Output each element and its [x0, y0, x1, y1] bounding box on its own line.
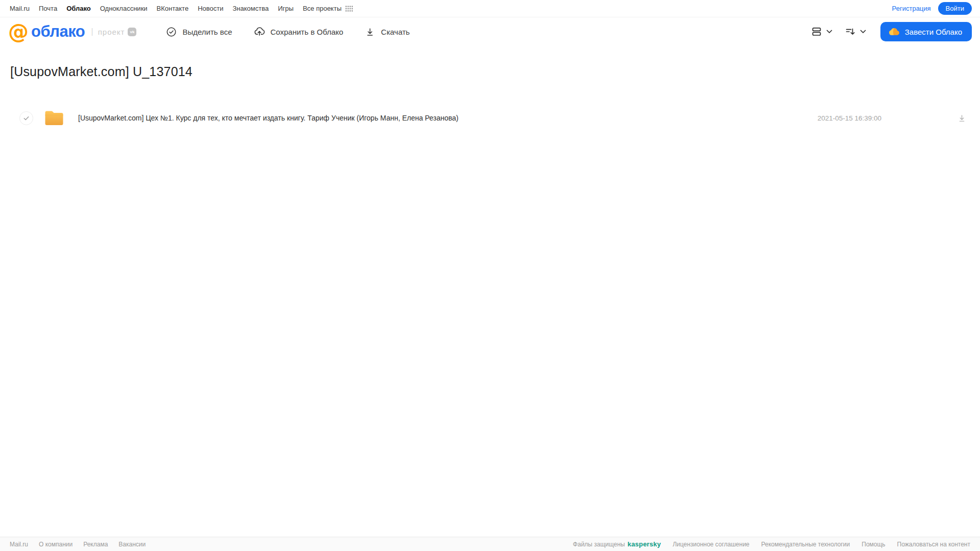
- footer-link-recommendations[interactable]: Рекомендательные технологии: [761, 541, 850, 548]
- file-toolbar: Выделить все Сохранить в Облако Скачать: [166, 26, 410, 37]
- list-view-icon: [811, 26, 822, 37]
- topnav-link-pochta[interactable]: Почта: [39, 5, 57, 12]
- app-header: @ облако | проект vk Выделить все Сохран…: [0, 17, 980, 46]
- topnav-auth: Регистрация Войти: [892, 2, 972, 15]
- header-right-controls: Завести Облако: [811, 22, 972, 41]
- row-download-button[interactable]: [956, 112, 968, 124]
- topnav-link-igry[interactable]: Игры: [278, 5, 294, 12]
- footer-link-license[interactable]: Лицензионное соглашение: [673, 541, 749, 548]
- file-date: 2021-05-15 16:39:00: [818, 114, 881, 122]
- kaspersky-logo[interactable]: kaspersky: [628, 540, 661, 548]
- check-circle-icon: [166, 27, 177, 37]
- footer-link-report-content[interactable]: Пожаловаться на контент: [897, 541, 970, 548]
- logo-divider: |: [91, 27, 93, 37]
- topnav-link-vkontakte[interactable]: ВКонтакте: [157, 5, 189, 12]
- download-icon: [365, 27, 375, 37]
- chevron-down-icon: [826, 30, 832, 34]
- download-label: Скачать: [381, 28, 410, 36]
- vk-badge-icon: vk: [128, 28, 136, 36]
- mailru-at-icon: @: [8, 21, 29, 42]
- get-cloud-button[interactable]: Завести Облако: [880, 22, 972, 41]
- apps-grid-icon: [345, 6, 353, 12]
- footer-link-mailru[interactable]: Mail.ru: [10, 541, 28, 548]
- login-button[interactable]: Войти: [938, 2, 972, 15]
- footer-link-help[interactable]: Помощь: [862, 541, 885, 548]
- footer-link-company[interactable]: О компании: [39, 541, 73, 548]
- chevron-down-icon: [860, 30, 866, 34]
- get-cloud-label: Завести Облако: [905, 28, 962, 36]
- download-icon: [957, 113, 967, 123]
- topnav-link-oblako[interactable]: Облако: [66, 5, 91, 12]
- view-mode-button[interactable]: [811, 26, 832, 37]
- topnav-link-novosti[interactable]: Новости: [198, 5, 223, 12]
- cloud-icon: [888, 26, 900, 38]
- save-to-cloud-label: Сохранить в Облако: [271, 28, 344, 36]
- save-to-cloud-button[interactable]: Сохранить в Облако: [254, 26, 344, 37]
- public-folder-content: [UsupovMarket.com] U_137014: [0, 46, 980, 537]
- portal-topnav: Mail.ru Почта Облако Одноклассники ВКонт…: [0, 0, 980, 17]
- footer-link-reklama[interactable]: Реклама: [83, 541, 108, 548]
- page-title: [UsupovMarket.com] U_137014: [10, 64, 980, 79]
- topnav-link-odnoklassniki[interactable]: Одноклассники: [100, 5, 148, 12]
- footer-link-vakansii[interactable]: Вакансии: [118, 541, 146, 548]
- sort-icon: [845, 26, 856, 37]
- cloud-upload-icon: [254, 26, 265, 37]
- row-checkbox[interactable]: [19, 111, 33, 125]
- protected-label: Файлы защищены: [573, 541, 625, 548]
- footer-left-links: Mail.ru О компании Реклама Вакансии: [10, 541, 146, 548]
- cloud-logo[interactable]: @ облако | проект vk: [8, 21, 136, 42]
- file-list: [UsupovMarket.com] Цех №1. Курс для тех,…: [0, 105, 980, 131]
- file-name-link[interactable]: [UsupovMarket.com] Цех №1. Курс для тех,…: [78, 114, 459, 122]
- registration-link[interactable]: Регистрация: [892, 5, 931, 12]
- folder-icon: [43, 108, 65, 128]
- sort-button[interactable]: [845, 26, 866, 37]
- portal-links: Mail.ru Почта Облако Одноклассники ВКонт…: [10, 5, 353, 12]
- topnav-link-mailru[interactable]: Mail.ru: [10, 5, 30, 12]
- project-label: проект: [98, 28, 125, 36]
- topnav-link-vse-proekty[interactable]: Все проекты: [303, 5, 353, 12]
- footer-right-links: Файлы защищены kaspersky Лицензионное со…: [573, 540, 970, 548]
- topnav-link-znakomstva[interactable]: Знакомства: [232, 5, 269, 12]
- select-all-label: Выделить все: [182, 28, 232, 36]
- select-all-button[interactable]: Выделить все: [166, 27, 232, 37]
- download-button[interactable]: Скачать: [365, 27, 410, 37]
- kaspersky-note: Файлы защищены kaspersky: [573, 540, 661, 548]
- page-footer: Mail.ru О компании Реклама Вакансии Файл…: [0, 537, 980, 551]
- check-icon: [22, 114, 30, 122]
- file-row[interactable]: [UsupovMarket.com] Цех №1. Курс для тех,…: [0, 105, 980, 131]
- logo-text: облако: [31, 22, 85, 41]
- topnav-link-label: Все проекты: [303, 5, 342, 12]
